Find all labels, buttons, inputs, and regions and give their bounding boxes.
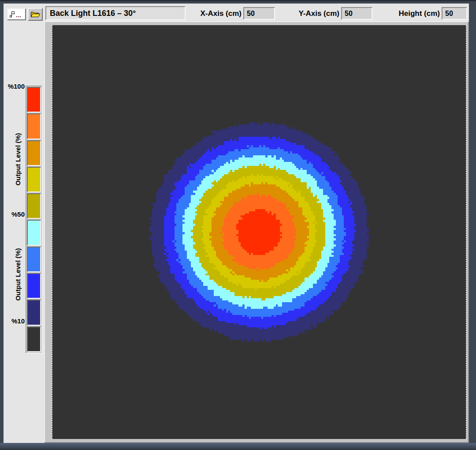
vi-node-icon bbox=[9, 11, 15, 18]
legend-swatch bbox=[27, 140, 41, 166]
legend-swatch bbox=[27, 113, 41, 139]
path-ellipsis-dots bbox=[16, 16, 21, 17]
open-folder-icon bbox=[30, 11, 41, 18]
file-path-button[interactable] bbox=[7, 8, 26, 20]
x-axis-input[interactable]: 50 bbox=[243, 7, 275, 20]
legend-tick-10: %10 bbox=[4, 317, 25, 325]
application-window: Back Light L1616 – 30° X-Axis (cm) 50 Y-… bbox=[0, 0, 476, 450]
legend-tick-100: %100 bbox=[4, 82, 25, 90]
legend-swatch bbox=[27, 193, 41, 219]
plot-area[interactable] bbox=[52, 25, 466, 439]
y-axis-input[interactable]: 50 bbox=[341, 7, 372, 20]
x-axis-label: X-Axis (cm) bbox=[194, 9, 242, 18]
legend-swatch bbox=[27, 87, 41, 112]
legend-swatch bbox=[27, 273, 41, 299]
legend-swatch bbox=[27, 247, 41, 272]
legend-swatch-column bbox=[26, 86, 42, 353]
legend-tick-50: %50 bbox=[4, 210, 25, 218]
y-axis-label: Y-Axis (cm) bbox=[291, 9, 339, 18]
open-folder-button[interactable] bbox=[28, 8, 43, 21]
legend-swatch bbox=[27, 300, 41, 325]
height-input[interactable]: 50 bbox=[442, 7, 467, 20]
output-level-axis-label-upper: Output Level (%) bbox=[14, 133, 22, 185]
height-label: Height (cm) bbox=[390, 9, 440, 18]
window-frame-bottom bbox=[0, 443, 476, 450]
legend-swatch bbox=[27, 220, 41, 245]
legend-swatch bbox=[27, 167, 41, 192]
intensity-heatmap bbox=[52, 25, 466, 439]
legend-swatch bbox=[27, 326, 41, 352]
fixture-title-field[interactable]: Back Light L1616 – 30° bbox=[45, 6, 186, 20]
output-level-axis-label-lower: Output Level (%) bbox=[14, 248, 22, 300]
